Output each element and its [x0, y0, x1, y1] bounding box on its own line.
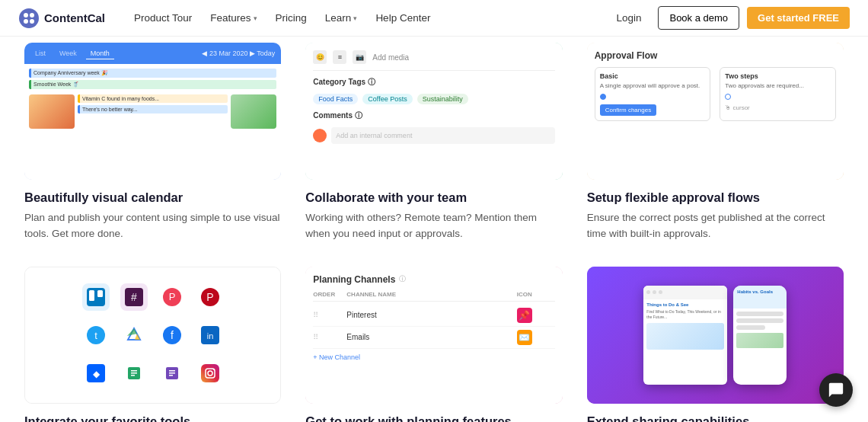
nav-actions: Login Book a demo Get started FREE: [607, 6, 850, 30]
approval-title: Setup flexible approval flows: [587, 190, 844, 205]
instagram-icon: [196, 360, 224, 387]
approval-desc: Ensure the correct posts get published a…: [587, 210, 844, 242]
feature-card-planning: Planning Channels ⓘ ORDER CHANNEL NAME I…: [305, 267, 562, 422]
google-sheets-icon: [120, 360, 148, 387]
cal-tab-month[interactable]: Month: [86, 48, 114, 59]
pocket-icon: P: [158, 283, 186, 311]
integrations-title: Integrate your favorite tools: [24, 414, 281, 422]
feature-card-integrations: # P P t: [24, 267, 281, 422]
calendar-image: List Week Month ◀ 23 Mar 2020 ▶ Today Co…: [24, 43, 281, 180]
features-chevron-icon: ▾: [254, 14, 257, 22]
login-button[interactable]: Login: [607, 8, 650, 28]
navbar: ContentCal Product Tour Features ▾ Prici…: [0, 0, 868, 37]
sharing-title: Extend sharing capabilities: [587, 414, 844, 422]
emails-channel-icon: ✉️: [517, 330, 532, 345]
svg-point-0: [19, 8, 39, 28]
twitter-icon: t: [82, 321, 110, 349]
svg-text:◆: ◆: [92, 369, 100, 379]
slack-icon: #: [120, 283, 148, 311]
svg-text:t: t: [94, 330, 97, 341]
google-forms-icon: [158, 360, 186, 387]
cal-tab-list[interactable]: List: [30, 48, 50, 59]
nav-learn[interactable]: Learn ▾: [318, 8, 365, 28]
svg-rect-35: [169, 375, 173, 376]
logo[interactable]: ContentCal: [18, 8, 105, 29]
sharing-image: Things to Do & See Find What to Do Today…: [587, 267, 844, 404]
planning-row-pinterest: ⠿ Pinterest 📌: [313, 305, 554, 327]
linkedin-icon: in: [196, 321, 224, 349]
svg-rect-33: [169, 370, 175, 372]
calendar-title: Beautifully visual calendar: [24, 190, 281, 205]
svg-text:in: in: [206, 331, 213, 340]
google-drive-icon: [120, 321, 148, 349]
get-started-button[interactable]: Get started FREE: [747, 7, 850, 29]
collaborate-title: Collaborate with your team: [305, 190, 562, 205]
phone-mockup: Habits vs. Goals: [733, 286, 787, 385]
svg-text:P: P: [168, 291, 175, 302]
nav-features[interactable]: Features ▾: [203, 8, 264, 28]
logo-text: ContentCal: [44, 11, 105, 24]
svg-point-1: [24, 13, 28, 18]
nav-links: Product Tour Features ▾ Pricing Learn ▾ …: [126, 8, 607, 28]
add-channel-button[interactable]: + New Channel: [313, 353, 554, 361]
integrations-icons-grid: # P P t: [82, 283, 224, 387]
features-grid: List Week Month ◀ 23 Mar 2020 ▶ Today Co…: [24, 43, 844, 422]
learn-chevron-icon: ▾: [353, 14, 357, 22]
svg-rect-30: [131, 375, 135, 376]
collaborate-desc: Working with others? Remote team? Mentio…: [305, 210, 562, 242]
svg-rect-29: [131, 372, 137, 374]
integrations-image: # P P t: [24, 267, 281, 404]
svg-point-39: [213, 369, 215, 370]
user-avatar: [313, 129, 327, 142]
svg-rect-28: [131, 370, 137, 372]
svg-point-4: [30, 19, 34, 24]
chat-bubble-button[interactable]: [819, 373, 853, 407]
nav-product-tour[interactable]: Product Tour: [126, 8, 199, 28]
pinterest-icon: P: [196, 283, 224, 311]
nav-pricing[interactable]: Pricing: [268, 8, 314, 28]
svg-point-3: [24, 19, 28, 24]
svg-rect-7: [97, 290, 103, 297]
planning-title: Get to work with planning features: [305, 414, 562, 422]
approval-image: Approval Flow Basic A single approval wi…: [587, 43, 844, 180]
nav-help-center[interactable]: Help Center: [368, 8, 438, 28]
facebook-icon: f: [158, 321, 186, 349]
planning-image: Planning Channels ⓘ ORDER CHANNEL NAME I…: [305, 267, 562, 404]
dropbox-icon: ◆: [82, 360, 110, 387]
cal-tab-week[interactable]: Week: [55, 48, 81, 59]
svg-rect-36: [201, 364, 219, 382]
feature-card-calendar: List Week Month ◀ 23 Mar 2020 ▶ Today Co…: [24, 43, 281, 242]
planning-row-emails: ⠿ Emails ✉️: [313, 327, 554, 349]
main-content: List Week Month ◀ 23 Mar 2020 ▶ Today Co…: [0, 43, 868, 422]
svg-rect-34: [169, 372, 175, 374]
pinterest-channel-icon: 📌: [517, 308, 532, 323]
browser-mockup: Things to Do & See Find What to Do Today…: [643, 286, 727, 385]
svg-text:P: P: [206, 291, 213, 303]
svg-point-2: [30, 13, 34, 18]
book-demo-button[interactable]: Book a demo: [658, 6, 739, 30]
svg-rect-6: [89, 290, 94, 301]
feature-card-approval: Approval Flow Basic A single approval wi…: [587, 43, 844, 242]
svg-text:#: #: [131, 291, 137, 303]
calendar-desc: Plan and publish your content using simp…: [24, 210, 281, 242]
feature-card-collaborate: 😊 ≡ 📷 Add media Category Tags ⓘ Food Fac…: [305, 43, 562, 242]
trello-icon: [82, 283, 110, 311]
feature-card-sharing: Things to Do & See Find What to Do Today…: [587, 267, 844, 422]
svg-text:f: f: [171, 329, 174, 341]
collaborate-image: 😊 ≡ 📷 Add media Category Tags ⓘ Food Fac…: [305, 43, 562, 180]
